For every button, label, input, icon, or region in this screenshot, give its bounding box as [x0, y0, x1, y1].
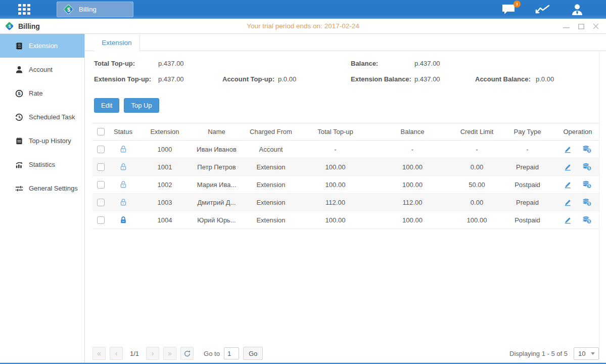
page-size-value: 10: [578, 350, 585, 357]
minimize-button[interactable]: [563, 24, 570, 29]
refresh-icon: [183, 350, 191, 357]
sidebar-item-general-settings[interactable]: General Settings: [0, 176, 84, 200]
taskbar-billing-tab[interactable]: $ Billing: [57, 2, 133, 17]
cell-total-topup: 100.00: [301, 158, 369, 176]
maximize-button[interactable]: [578, 24, 584, 29]
topup-row-icon[interactable]: $: [582, 163, 592, 171]
total-topup-label: Total Top-up:: [94, 60, 135, 67]
sidebar-item-account[interactable]: Account: [0, 58, 84, 81]
cell-balance: 100.00: [369, 176, 455, 194]
tab-strip: Extension: [85, 34, 606, 51]
resource-monitor-icon[interactable]: [535, 4, 551, 16]
table-row[interactable]: 1003 Дмитрий Д... Extension 112.00 112.0…: [92, 194, 599, 211]
row-checkbox[interactable]: [97, 199, 105, 206]
sidebar-label: Account: [29, 66, 53, 73]
page-size-select[interactable]: 10: [574, 347, 599, 360]
prev-page-button[interactable]: ‹: [110, 347, 123, 360]
edit-row-icon[interactable]: [564, 198, 572, 206]
sidebar-item-extension[interactable]: Extension: [0, 34, 84, 58]
edit-row-icon[interactable]: [564, 145, 572, 153]
sidebar-label: General Settings: [29, 185, 78, 192]
sidebar-item-scheduled-task[interactable]: Scheduled Task: [0, 105, 84, 129]
go-button[interactable]: Go: [243, 347, 263, 360]
last-page-button[interactable]: »: [163, 347, 176, 360]
row-checkbox[interactable]: [97, 146, 105, 153]
topup-button[interactable]: Top Up: [124, 98, 159, 113]
cell-balance: 100.00: [369, 158, 455, 176]
content-panel: Extension Total Top-up: p.437.00 Balance…: [85, 34, 606, 362]
row-checkbox[interactable]: [97, 216, 105, 224]
edit-row-icon[interactable]: [564, 216, 572, 224]
cell-name: Петр Петров: [193, 158, 241, 176]
col-operation: Operation: [556, 123, 599, 141]
sidebar-item-rate[interactable]: $ Rate: [0, 81, 84, 105]
table-header-row: Status Extension Name Charged From Total…: [92, 123, 599, 141]
col-status: Status: [109, 123, 137, 141]
cell-extension: 1000: [137, 141, 193, 158]
cell-extension: 1002: [137, 176, 193, 194]
first-page-button[interactable]: «: [92, 347, 106, 360]
app-window: $ Billing !: [0, 0, 606, 364]
cell-pay-type: Postpaid: [498, 211, 556, 229]
table-row[interactable]: 1001 Петр Петров Extension 100.00 100.00…: [92, 158, 599, 176]
close-button[interactable]: [593, 23, 599, 29]
edit-row-icon[interactable]: [564, 180, 572, 189]
sidebar-item-topup-history[interactable]: Top-up History: [0, 129, 84, 153]
extension-topup-label: Extension Top-up:: [94, 75, 151, 83]
desktop-topbar: $ Billing !: [0, 0, 606, 19]
goto-page-input[interactable]: [224, 347, 239, 359]
row-checkbox[interactable]: [97, 163, 105, 171]
cell-balance: -: [369, 141, 455, 158]
total-topup-value: p.437.00: [158, 60, 184, 67]
col-credit-limit: Credit Limit: [455, 123, 498, 141]
pagination-bar: « ‹ 1/1 › » Go to Go Di: [92, 346, 599, 360]
status-unlocked-icon: [119, 180, 127, 189]
edit-button[interactable]: Edit: [94, 98, 119, 113]
balance-summary: Total Top-up: p.437.00 Balance: p.437.00…: [85, 51, 606, 97]
sidebar-label: Top-up History: [29, 137, 71, 145]
user-account-icon[interactable]: [571, 3, 584, 16]
cell-balance: 100.00: [369, 211, 455, 229]
cell-extension: 1004: [137, 211, 193, 229]
col-extension: Extension: [137, 123, 193, 141]
row-checkbox[interactable]: [97, 181, 105, 189]
cell-credit-limit: 0.00: [455, 158, 498, 176]
cell-balance: 112.00: [369, 194, 455, 211]
topup-row-icon[interactable]: $: [582, 145, 592, 153]
window-title: Billing: [18, 22, 40, 30]
edit-row-icon[interactable]: [564, 163, 572, 171]
account-balance-label: Account Balance:: [475, 75, 531, 83]
trial-period-notice: Your trial period ends on: 2017-02-24: [0, 22, 606, 30]
cell-pay-type: Prepaid: [498, 194, 556, 211]
topup-row-icon[interactable]: $: [582, 180, 592, 189]
window-titlebar: $ Billing Your trial period ends on: 201…: [0, 19, 606, 34]
refresh-button[interactable]: [180, 347, 194, 360]
page-indicator: 1/1: [130, 350, 139, 357]
account-topup-value: p.0.00: [278, 75, 296, 83]
col-charged-from: Charged From: [241, 123, 301, 141]
sidebar-item-statistics[interactable]: Statistics: [0, 153, 84, 176]
cell-name: Юрий Юрь...: [193, 211, 241, 229]
main-menu-grid-icon[interactable]: [18, 4, 34, 15]
select-all-checkbox[interactable]: [97, 128, 105, 135]
table-row[interactable]: 1000 Иван Иванов Account - - - - $: [92, 141, 599, 158]
sidebar-label: Extension: [29, 42, 58, 50]
next-page-button[interactable]: ›: [146, 347, 159, 360]
balance-value: p.437.00: [414, 60, 440, 67]
cell-credit-limit: -: [455, 141, 498, 158]
col-balance: Balance: [369, 123, 455, 141]
billing-app-icon: $: [63, 4, 74, 15]
tab-extension[interactable]: Extension: [94, 34, 140, 51]
topup-row-icon[interactable]: $: [582, 216, 592, 224]
table-row[interactable]: 1002 Мария Ива... Extension 100.00 100.0…: [92, 176, 599, 194]
table-row[interactable]: 1004 Юрий Юрь... Extension 100.00 100.00…: [92, 211, 599, 229]
extension-balance-label: Extension Balance:: [351, 75, 411, 83]
cell-credit-limit: 0.00: [455, 194, 498, 211]
cell-pay-type: Prepaid: [498, 158, 556, 176]
cell-name: Мария Ива...: [193, 176, 241, 194]
ledger-icon: [15, 42, 23, 50]
svg-text:$: $: [588, 185, 590, 189]
svg-text:$: $: [588, 167, 590, 171]
notifications-icon[interactable]: !: [501, 4, 516, 16]
topup-row-icon[interactable]: $: [582, 198, 592, 206]
